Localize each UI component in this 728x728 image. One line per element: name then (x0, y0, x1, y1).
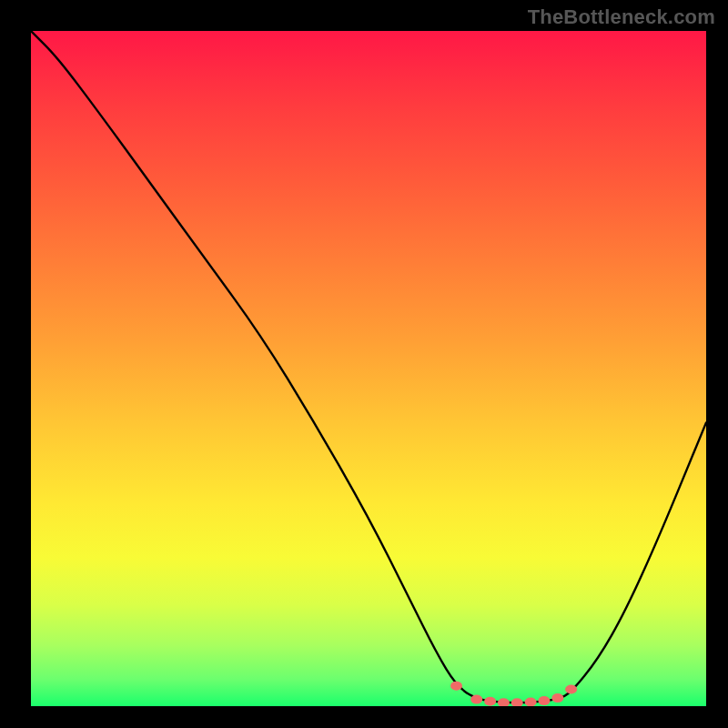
curve-line (31, 31, 706, 703)
plot-area (31, 31, 706, 706)
bottleneck-curve (31, 31, 706, 706)
curve-marker-dot (525, 698, 537, 707)
chart-frame: TheBottleneck.com (0, 0, 728, 728)
curve-marker-dot (450, 682, 462, 691)
curve-marker-dot (538, 696, 550, 705)
watermark-label: TheBottleneck.com (528, 5, 715, 29)
curve-marker-dot (498, 698, 510, 706)
curve-marker-dot (470, 695, 482, 704)
curve-marker-dot (511, 698, 523, 706)
curve-marker-dot (551, 693, 563, 703)
curve-marker-dot (565, 685, 577, 694)
curve-marker-dot (484, 697, 496, 706)
marker-group (450, 682, 577, 706)
